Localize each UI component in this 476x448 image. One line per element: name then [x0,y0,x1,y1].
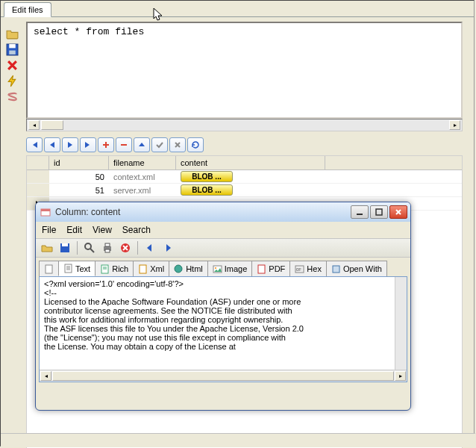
text-line: The ASF licenses this file to You under … [44,324,390,333]
close-button[interactable] [389,205,407,219]
cell-filename[interactable]: server.xml [109,186,176,195]
prev-record-button[interactable] [44,137,60,152]
menu-bar: File Edit View Search [36,222,410,238]
text-vscrollbar[interactable] [395,277,407,370]
tab-xml-label: Xml [150,264,164,273]
tab-html-label: Html [186,264,203,273]
first-record-button[interactable] [26,137,43,152]
scroll-right-icon[interactable]: ▸ [395,371,406,381]
text-hscrollbar[interactable]: ◂ ▸ [40,370,407,382]
tab-hex[interactable]: 0FHex [289,261,327,276]
mouse-cursor-icon [153,7,165,22]
execute-icon[interactable] [6,75,19,87]
tab-xml[interactable]: Xml [133,261,169,276]
blob-button[interactable]: BLOB ... [181,171,233,182]
scroll-left-icon[interactable]: ◂ [40,371,51,381]
svg-rect-7 [62,243,68,246]
maximize-button[interactable] [370,205,388,219]
search-icon[interactable] [81,240,98,255]
col-content-header[interactable]: content [176,156,325,169]
back-icon[interactable] [142,240,158,255]
svg-point-19 [215,267,216,269]
tab-rich[interactable]: Rich [95,261,134,276]
refresh-button[interactable] [187,137,204,152]
up-record-button[interactable] [134,137,150,152]
svg-text:0F: 0F [296,267,301,272]
commit-button[interactable] [151,137,168,152]
tab-text[interactable]: Text [58,261,95,276]
text-content[interactable]: <?xml version='1.0' encoding='utf-8'?> <… [40,277,395,370]
forward-icon[interactable] [160,240,176,255]
col-id-header[interactable]: id [49,156,109,169]
save-icon[interactable] [57,240,73,255]
scroll-thumb[interactable] [52,371,394,381]
col-marker [27,156,49,169]
text-line: contributor license agreements. See the … [44,306,390,315]
cell-content[interactable]: BLOB ... [176,171,237,182]
svg-rect-10 [105,243,110,246]
open-icon[interactable] [39,240,55,255]
next-record-button[interactable] [62,137,78,152]
svg-rect-23 [333,266,339,273]
tab-image[interactable]: Image [207,261,253,276]
last-record-button[interactable] [80,137,96,152]
svg-rect-11 [105,249,110,252]
cancel-button[interactable] [169,137,186,152]
tab-edit-files[interactable]: Edit files [4,2,51,17]
svg-rect-4 [41,209,50,211]
row-marker [27,170,49,183]
app-icon [40,207,51,217]
status-bar [1,433,475,447]
print-icon[interactable] [99,240,116,255]
tab-openwith[interactable]: Open With [326,261,387,276]
text-line: <?xml version='1.0' encoding='utf-8'?> [44,279,390,288]
menu-search[interactable]: Search [122,225,151,235]
cell-filename[interactable]: context.xml [109,172,176,181]
scroll-right-icon[interactable]: ▸ [449,120,460,130]
blob-button[interactable]: BLOB ... [181,184,233,196]
row-marker [27,184,49,196]
grid-header: id filename content [27,156,462,170]
left-toolbar [1,17,23,432]
scroll-thumb[interactable] [41,120,63,130]
menu-view[interactable]: View [93,225,112,235]
text-line: this work for additional information reg… [44,315,390,324]
add-record-button[interactable] [98,137,114,152]
sql-hscrollbar[interactable]: ◂ ▸ [26,119,463,131]
text-line: (the "License"); you may not use this fi… [44,333,390,342]
tab-bar: Edit files [1,1,474,17]
tab-pdf[interactable]: PDF [251,261,290,276]
open-folder-icon[interactable] [6,28,19,40]
sql-editor[interactable]: select * from files [26,22,463,119]
toolbar-separator [137,241,138,255]
record-nav-toolbar [26,137,469,152]
script-icon[interactable] [6,90,19,103]
tab-pdf-label: PDF [269,264,285,273]
delete-icon[interactable] [6,59,19,72]
tab-text-raw[interactable] [39,261,59,276]
title-bar[interactable]: Column: content [36,202,410,222]
cell-id[interactable]: 51 [49,186,109,195]
table-row[interactable]: 50 context.xml BLOB ... [27,170,462,184]
cell-content[interactable]: BLOB ... [176,184,237,196]
svg-point-8 [85,243,91,249]
svg-rect-5 [376,209,382,215]
table-row[interactable]: 51 server.xml BLOB ... [27,184,462,197]
svg-point-17 [175,265,182,273]
col-filename-header[interactable]: filename [109,156,176,169]
scroll-left-icon[interactable]: ◂ [28,120,40,130]
remove-record-button[interactable] [116,137,132,152]
save-icon[interactable] [6,43,19,56]
tab-image-label: Image [225,264,248,273]
minimize-button[interactable] [351,205,369,219]
svg-rect-16 [140,265,146,273]
viewer-tabs: Text Rich Xml Html Image PDF 0FHex Open … [36,258,410,276]
clear-icon[interactable] [117,240,134,255]
menu-edit[interactable]: Edit [66,225,82,235]
tab-hex-label: Hex [307,264,322,273]
menu-file[interactable]: File [42,225,56,235]
svg-rect-2 [9,51,16,55]
cell-id[interactable]: 50 [49,172,109,181]
svg-rect-20 [258,265,265,273]
tab-html[interactable]: Html [169,261,208,276]
